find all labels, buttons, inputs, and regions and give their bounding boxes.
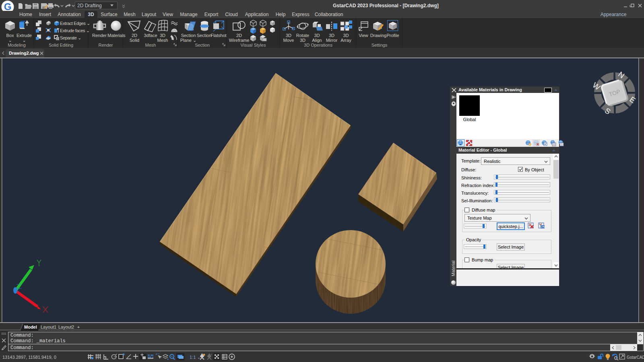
svg-text:G: G xyxy=(4,1,12,12)
